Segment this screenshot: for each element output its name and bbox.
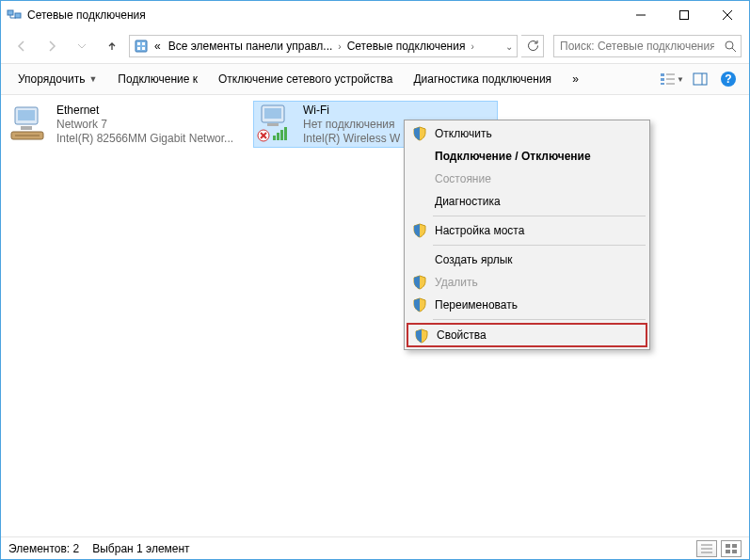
menu-item[interactable]: Отключить: [407, 122, 647, 145]
search-input[interactable]: [554, 40, 720, 53]
menu-item[interactable]: Подключение / Отключение: [407, 145, 647, 168]
breadcrumb-item[interactable]: Сетевые подключения: [345, 40, 468, 53]
svg-rect-7: [137, 42, 140, 45]
toolbar-label: Подключение к: [118, 72, 198, 86]
svg-rect-8: [142, 42, 145, 45]
menu-item: Удалить: [407, 271, 647, 294]
svg-rect-41: [726, 544, 730, 548]
svg-rect-10: [142, 47, 145, 50]
menu-item[interactable]: Диагностика: [407, 190, 647, 213]
svg-text:?: ?: [725, 72, 731, 86]
menu-separator: [433, 245, 646, 246]
menu-item-label: Настройка моста: [435, 224, 524, 237]
connection-name: Ethernet: [56, 104, 233, 118]
nav-up-button[interactable]: [99, 33, 125, 59]
svg-rect-30: [267, 123, 279, 126]
svg-rect-9: [137, 47, 140, 50]
app-icon: [7, 8, 22, 23]
nav-recent-button[interactable]: [69, 33, 95, 59]
chevron-down-icon: ▼: [88, 74, 97, 84]
chevron-right-icon[interactable]: ›: [471, 41, 473, 52]
help-button[interactable]: ?: [715, 66, 742, 92]
menu-item[interactable]: Переименовать: [407, 294, 647, 316]
toolbar: Упорядочить▼ Подключение к Отключение се…: [1, 63, 749, 95]
svg-line-12: [732, 48, 736, 52]
uac-shield-icon: [412, 223, 427, 238]
svg-rect-25: [21, 126, 32, 130]
svg-rect-0: [8, 10, 13, 15]
close-button[interactable]: [706, 1, 749, 29]
menu-item-label: Отключить: [435, 127, 492, 140]
nav-back-button[interactable]: [8, 33, 35, 59]
status-bar: Элементов: 2 Выбран 1 элемент: [1, 536, 749, 559]
menu-item-label: Удалить: [435, 276, 478, 289]
address-bar[interactable]: « Все элементы панели управл... › Сетевы…: [129, 35, 518, 57]
refresh-button[interactable]: [521, 35, 544, 57]
svg-rect-6: [136, 40, 147, 52]
nav-forward-button[interactable]: [39, 33, 65, 59]
ethernet-icon: [9, 104, 49, 143]
menu-item-label: Создать ярлык: [435, 253, 513, 266]
svg-rect-3: [680, 11, 689, 20]
organize-button[interactable]: Упорядочить▼: [8, 69, 106, 89]
uac-shield-icon: [412, 275, 427, 290]
menu-item: Состояние: [407, 168, 647, 190]
status-count: Элементов: 2: [8, 542, 79, 555]
chevron-right-icon[interactable]: ›: [338, 41, 341, 52]
connection-device: Intel(R) 82566MM Gigabit Networ...: [56, 132, 233, 146]
breadcrumb-item[interactable]: Все элементы панели управл...: [167, 40, 335, 53]
svg-rect-42: [732, 544, 737, 548]
menu-item-label: Подключение / Отключение: [435, 150, 591, 163]
search-box[interactable]: [553, 35, 742, 57]
wifi-icon: [256, 104, 295, 143]
chevron-down-icon[interactable]: ⌄: [505, 41, 513, 52]
uac-shield-icon: [412, 297, 427, 312]
control-panel-icon: [134, 39, 149, 54]
maximize-button[interactable]: [662, 1, 706, 29]
menu-item[interactable]: Свойства: [407, 323, 647, 347]
svg-rect-1: [15, 13, 21, 18]
context-menu: ОтключитьПодключение / ОтключениеСостоян…: [404, 120, 650, 350]
connection-status: Network 7: [56, 118, 233, 132]
view-options-button[interactable]: ▼: [659, 66, 685, 92]
svg-rect-36: [280, 130, 283, 140]
svg-rect-29: [264, 108, 281, 119]
connect-to-button[interactable]: Подключение к: [108, 69, 207, 89]
toolbar-label: Отключение сетевого устройства: [218, 72, 392, 86]
svg-rect-35: [277, 133, 279, 140]
menu-separator: [433, 319, 646, 320]
menu-item-label: Свойства: [437, 328, 487, 342]
titlebar: Сетевые подключения: [1, 1, 749, 29]
menu-item-label: Диагностика: [435, 195, 501, 208]
toolbar-label: Диагностика подключения: [413, 72, 551, 86]
preview-pane-button[interactable]: [687, 66, 713, 92]
view-large-icons-button[interactable]: [721, 540, 742, 557]
menu-item-label: Переименовать: [435, 298, 518, 312]
menu-separator: [433, 216, 646, 216]
toolbar-overflow-button[interactable]: »: [563, 69, 588, 89]
svg-rect-37: [284, 127, 287, 140]
svg-rect-44: [732, 550, 737, 553]
menu-item[interactable]: Создать ярлык: [407, 248, 647, 271]
svg-rect-14: [661, 78, 664, 81]
status-selection: Выбран 1 элемент: [92, 542, 189, 555]
svg-rect-15: [661, 83, 664, 85]
minimize-button[interactable]: [619, 1, 662, 29]
svg-rect-24: [18, 110, 35, 120]
window-title: Сетевые подключения: [27, 8, 619, 22]
menu-item[interactable]: Настройка моста: [407, 219, 647, 242]
connection-item-ethernet[interactable]: Ethernet Network 7 Intel(R) 82566MM Giga…: [7, 101, 251, 148]
connection-status: Нет подключения: [303, 118, 400, 132]
toolbar-label: »: [572, 72, 579, 86]
svg-rect-34: [273, 136, 276, 140]
diagnose-button[interactable]: Диагностика подключения: [404, 69, 561, 89]
breadcrumb-prefix: «: [152, 40, 163, 53]
svg-rect-13: [661, 73, 664, 76]
view-details-button[interactable]: [696, 540, 717, 557]
toolbar-label: Упорядочить: [18, 72, 85, 86]
search-icon[interactable]: [720, 40, 741, 53]
window: Сетевые подключения « Все элементы панел…: [0, 0, 750, 560]
nav-row: « Все элементы панели управл... › Сетевы…: [1, 29, 749, 63]
disable-device-button[interactable]: Отключение сетевого устройства: [209, 69, 402, 89]
svg-rect-19: [694, 73, 707, 85]
